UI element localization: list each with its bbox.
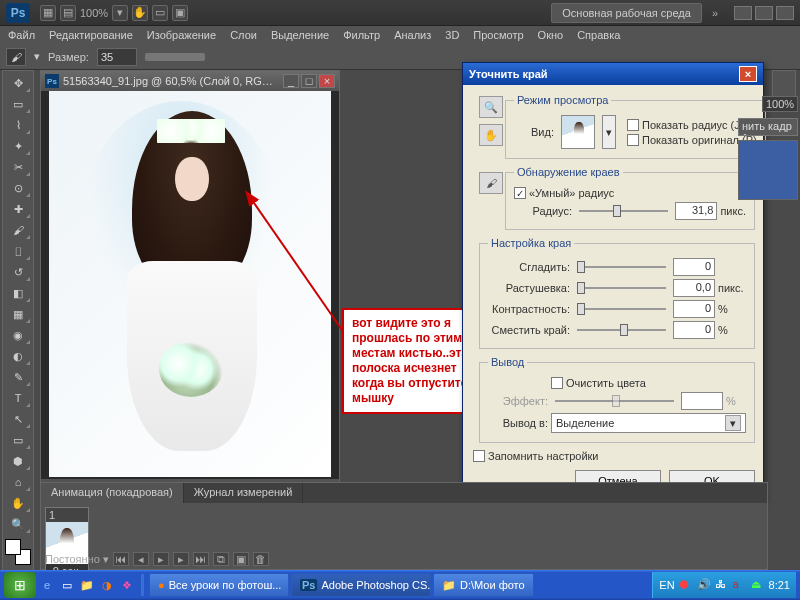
document-titlebar[interactable]: Ps 51563340_91.jpg @ 60,5% (Слой 0, RGB/…	[41, 71, 339, 91]
view-dropdown-icon[interactable]: ▾	[602, 115, 616, 149]
tray-av-icon[interactable]: a	[733, 578, 747, 592]
tab-measure-log[interactable]: Журнал измерений	[184, 483, 304, 503]
brush-preview-icon[interactable]: 🖌	[6, 48, 26, 66]
dialog-close-button[interactable]: ×	[739, 66, 757, 82]
view-thumbnail[interactable]	[561, 115, 595, 149]
tray-shield-icon[interactable]: ⬣	[679, 578, 693, 592]
mini-bridge-icon[interactable]: ▤	[60, 5, 76, 21]
zoom-readout[interactable]: 100%	[80, 7, 108, 19]
radius-slider[interactable]	[579, 203, 668, 219]
maximize-button[interactable]	[755, 6, 773, 20]
menu-image[interactable]: Изображение	[147, 29, 216, 41]
task-folder[interactable]: 📁D:\Мои фото	[433, 573, 534, 597]
tray-lang[interactable]: EN	[659, 579, 674, 591]
doc-max-button[interactable]: □	[301, 74, 317, 88]
refine-brush-icon[interactable]: 🖌	[479, 172, 503, 194]
close-button[interactable]	[776, 6, 794, 20]
move-tool-icon[interactable]: ✥	[5, 73, 31, 93]
smooth-value[interactable]: 0	[673, 258, 715, 276]
shape-tool-icon[interactable]: ▭	[5, 430, 31, 450]
play-icon[interactable]: ▸	[153, 552, 169, 566]
dialog-titlebar[interactable]: Уточнить край ×	[463, 63, 763, 85]
ql-folder-icon[interactable]: 📁	[78, 576, 96, 594]
3d-tool-icon[interactable]: ⬢	[5, 451, 31, 471]
minimize-button[interactable]	[734, 6, 752, 20]
tray-clock[interactable]: 8:21	[769, 579, 790, 591]
task-tutorial[interactable]: ●Все уроки по фотош...	[149, 573, 289, 597]
smart-radius-checkbox[interactable]	[514, 187, 526, 199]
radius-value[interactable]: 31,8	[675, 202, 717, 220]
lasso-tool-icon[interactable]: ⌇	[5, 115, 31, 135]
screen-mode-icon[interactable]: ▣	[172, 5, 188, 21]
menu-help[interactable]: Справка	[577, 29, 620, 41]
crop-tool-icon[interactable]: ✂	[5, 157, 31, 177]
type-tool-icon[interactable]: T	[5, 388, 31, 408]
history-brush-tool-icon[interactable]: ↺	[5, 262, 31, 282]
3d-camera-tool-icon[interactable]: ⌂	[5, 472, 31, 492]
quick-select-tool-icon[interactable]: ✦	[5, 136, 31, 156]
hand-tool-icon[interactable]: ✋	[5, 493, 31, 513]
contrast-value[interactable]: 0	[673, 300, 715, 318]
zoom-tool-dialog-icon[interactable]: 🔍	[479, 96, 503, 118]
tray-usb-icon[interactable]: ⏏	[751, 578, 765, 592]
eraser-tool-icon[interactable]: ◧	[5, 283, 31, 303]
start-button[interactable]: ⊞	[4, 572, 36, 598]
loop-select[interactable]: Постоянно ▾	[45, 553, 109, 566]
ql-media-icon[interactable]: ◑	[98, 576, 116, 594]
prev-frame-icon[interactable]: ◂	[133, 552, 149, 566]
new-frame-icon[interactable]: ▣	[233, 552, 249, 566]
feather-value[interactable]: 0,0	[673, 279, 715, 297]
shift-value[interactable]: 0	[673, 321, 715, 339]
hand-icon[interactable]: ✋	[132, 5, 148, 21]
dodge-tool-icon[interactable]: ◐	[5, 346, 31, 366]
task-photoshop[interactable]: PsAdobe Photoshop CS...	[291, 573, 431, 597]
eyedropper-tool-icon[interactable]: ⊙	[5, 178, 31, 198]
healing-tool-icon[interactable]: ✚	[5, 199, 31, 219]
ql-ie-icon[interactable]: e	[38, 576, 56, 594]
layers-panel-fragment[interactable]	[738, 140, 798, 200]
delete-frame-icon[interactable]: 🗑	[253, 552, 269, 566]
size-slider[interactable]	[145, 53, 205, 61]
chevron-down-icon[interactable]: ▾	[725, 415, 741, 431]
pen-tool-icon[interactable]: ✎	[5, 367, 31, 387]
fg-color[interactable]	[5, 539, 21, 555]
brush-tool-icon[interactable]: 🖌	[5, 220, 31, 240]
gradient-tool-icon[interactable]: ▦	[5, 304, 31, 324]
marquee-tool-icon[interactable]: ▭	[5, 94, 31, 114]
feather-slider[interactable]	[577, 280, 666, 296]
menu-3d[interactable]: 3D	[445, 29, 459, 41]
show-original-checkbox[interactable]	[627, 134, 639, 146]
smooth-slider[interactable]	[577, 259, 666, 275]
doc-close-button[interactable]: ×	[319, 74, 335, 88]
tween-icon[interactable]: ⧉	[213, 552, 229, 566]
shift-slider[interactable]	[577, 322, 666, 338]
size-input[interactable]	[97, 48, 137, 66]
workspace-more-icon[interactable]: »	[712, 7, 718, 19]
menu-file[interactable]: Файл	[8, 29, 35, 41]
arrange-icon[interactable]: ▭	[152, 5, 168, 21]
hand-tool-dialog-icon[interactable]: ✋	[479, 124, 503, 146]
ql-desktop-icon[interactable]: ▭	[58, 576, 76, 594]
dropdown-icon[interactable]: ▾	[34, 50, 40, 63]
opacity-badge[interactable]: 100%	[762, 96, 798, 112]
bridge-icon[interactable]: ▦	[40, 5, 56, 21]
tray-network-icon[interactable]: 🖧	[715, 578, 729, 592]
tab-animation[interactable]: Анимация (покадровая)	[41, 483, 184, 503]
zoom-tool-icon[interactable]: 🔍	[5, 514, 31, 534]
canvas[interactable]	[49, 91, 331, 477]
ql-app-icon[interactable]: ❖	[118, 576, 136, 594]
refine-frame-button[interactable]: нить кадр 1	[738, 118, 798, 136]
show-radius-checkbox[interactable]	[627, 119, 639, 131]
menu-filter[interactable]: Фильтр	[343, 29, 380, 41]
blur-tool-icon[interactable]: ◉	[5, 325, 31, 345]
last-frame-icon[interactable]: ⏭	[193, 552, 209, 566]
menu-layer[interactable]: Слои	[230, 29, 257, 41]
path-select-tool-icon[interactable]: ↖	[5, 409, 31, 429]
workspace-switcher[interactable]: Основная рабочая среда	[551, 3, 702, 23]
menu-select[interactable]: Выделение	[271, 29, 329, 41]
menu-analysis[interactable]: Анализ	[394, 29, 431, 41]
decontaminate-checkbox[interactable]	[551, 377, 563, 389]
color-swatches[interactable]	[5, 539, 31, 565]
menu-view[interactable]: Просмотр	[473, 29, 523, 41]
menu-window[interactable]: Окно	[538, 29, 564, 41]
